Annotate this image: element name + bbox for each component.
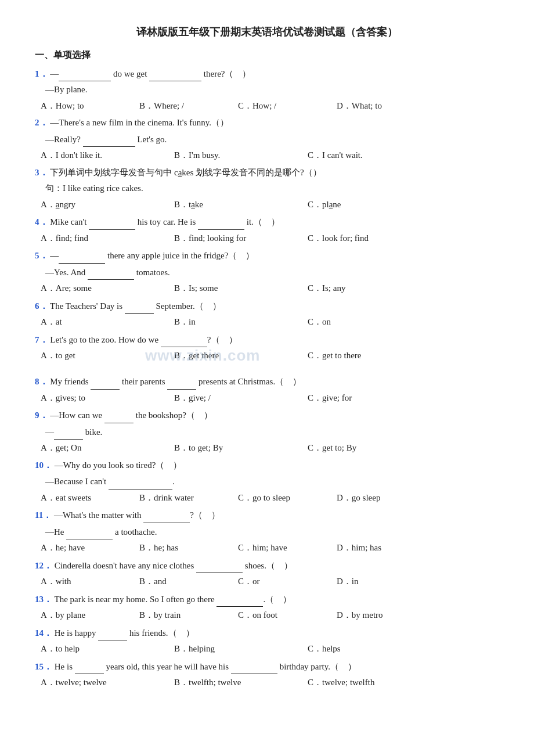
q10-optA: A．eat sweets [41, 491, 134, 506]
q8-optB: B．give; / [174, 391, 302, 406]
question-11: 11． —What's the matter with ?（ ） —He a t… [35, 507, 499, 556]
q7-num: 7． [35, 335, 48, 344]
question-5: 5． — there any apple juice in the fridge… [35, 248, 499, 296]
q6-optA: A．at [41, 315, 168, 330]
q3-text: 下列单词中划线字母发音与句中 cakes 划线字母发音不同的是哪个?（） [50, 168, 322, 177]
q13-text: The park is near my home. So I often go … [54, 595, 291, 604]
q4-options: A．find; find B．find; looking for C．look … [41, 231, 499, 246]
q13-optD: D．by metro [337, 608, 430, 623]
q14-optC: C．helps [308, 642, 435, 657]
q8-optC: C．give; for [308, 391, 435, 406]
q4-num: 4． [35, 217, 48, 226]
q14-optA: A．to help [41, 642, 168, 657]
q7-optB: www.zixin.com B．get there [174, 348, 302, 372]
q14-num: 14． [35, 628, 52, 638]
question-12: 12． Cinderella doesn't have any nice clo… [35, 558, 499, 589]
q11-optD: D．him; has [337, 541, 430, 556]
question-6: 6． The Teachers' Day is September.（ ） A．… [35, 298, 499, 330]
q8-num: 8． [35, 377, 48, 386]
q6-num: 6． [35, 301, 48, 311]
q12-options: A．with B．and C．or D．in [41, 574, 499, 589]
q11-optA: A．he; have [41, 541, 134, 556]
q2-text: —There's a new film in the cinema. It's … [50, 118, 229, 127]
q11-num: 11． [35, 510, 52, 520]
q9-optC: C．get to; By [308, 441, 435, 456]
q14-optB: B．helping [174, 642, 302, 657]
q3-options: A．angry B．take C．plane [41, 197, 499, 213]
page-title: 译林版版五年级下册期末英语培优试卷测试题（含答案） [35, 23, 499, 41]
q1-optB: B．Where; / [139, 99, 232, 114]
q7-options: A．to get www.zixin.com B．get there C．get… [41, 348, 499, 372]
question-8: 8． My friends their parents presents at … [35, 374, 499, 405]
q2-answer-line: —Really? Let's go. [45, 132, 499, 147]
q5-optB: B．Is; some [174, 281, 302, 296]
q12-num: 12． [35, 561, 52, 570]
q8-text: My friends their parents presents at Chr… [50, 377, 301, 386]
question-1: 1． — do we get there?（ ） —By plane. A．Ho… [35, 66, 499, 114]
question-10: 10． —Why do you look so tired?（ ） —Becau… [35, 458, 499, 506]
question-13: 13． The park is near my home. So I often… [35, 592, 499, 623]
q1-optD: D．What; to [337, 99, 430, 114]
q4-optA: A．find; find [41, 231, 168, 246]
q9-num: 9． [35, 411, 48, 420]
q14-options: A．to help B．helping C．helps [41, 642, 499, 657]
q13-options: A．by plane B．by train C．on foot D．by met… [41, 608, 499, 623]
q3-sub: 句：I like eating rice cakes. [45, 181, 499, 196]
q15-optB: B．twelfth; twelve [174, 675, 302, 690]
q7-text: Let's go to the zoo. How do we ?（ ） [50, 335, 237, 344]
q5-answer-line: —Yes. And tomatoes. [45, 265, 499, 280]
q11-options: A．he; have B．he; has C．him; have D．him; … [41, 541, 499, 556]
section-heading: 一、单项选择 [35, 47, 499, 63]
q10-answer-line: —Because I can't . [45, 474, 499, 489]
q12-optD: D．in [337, 574, 430, 589]
q3-optA: A．angry [41, 197, 168, 213]
q10-optD: D．go sleep [337, 491, 430, 506]
q13-optA: A．by plane [41, 608, 134, 623]
q5-optC: C．Is; any [308, 281, 435, 296]
q3-optC: C．plane [308, 197, 435, 213]
question-7: 7． Let's go to the zoo. How do we ?（ ） A… [35, 332, 499, 372]
q9-answer-line: — bike. [45, 424, 499, 440]
q6-options: A．at B．in C．on [41, 315, 499, 330]
q5-num: 5． [35, 251, 48, 260]
q15-options: A．twelve; twelve B．twelfth; twelve C．twe… [41, 675, 499, 690]
q11-answer-line: —He a toothache. [45, 524, 499, 540]
q10-optB: B．drink water [139, 491, 232, 506]
q2-optC: C．I can't wait. [308, 148, 435, 163]
q5-options: A．Are; some B．Is; some C．Is; any [41, 281, 499, 296]
q15-optA: A．twelve; twelve [41, 675, 168, 690]
q14-text: He is happy his friends.（ ） [55, 628, 194, 638]
q8-optA: A．gives; to [41, 391, 168, 406]
q1-optA: A．How; to [41, 99, 134, 114]
q4-text: Mike can't his toy car. He is it.（ ） [50, 217, 280, 226]
q10-text: —Why do you look so tired?（ ） [55, 460, 182, 470]
q8-options: A．gives; to B．give; / C．give; for [41, 391, 499, 406]
q12-optB: B．and [139, 574, 232, 589]
q4-optC: C．look for; find [308, 231, 435, 246]
q9-options: A．get; On B．to get; By C．get to; By [41, 441, 499, 456]
q12-text: Cinderella doesn't have any nice clothes… [55, 561, 293, 570]
question-4: 4． Mike can't his toy car. He is it.（ ） … [35, 214, 499, 246]
q1-num: 1． [35, 69, 48, 78]
q1-options: A．How; to B．Where; / C．How; / D．What; to [41, 99, 499, 114]
q2-num: 2． [35, 118, 48, 127]
q11-optC: C．him; have [238, 541, 331, 556]
q13-optC: C．on foot [238, 608, 331, 623]
q3-num: 3． [35, 168, 48, 177]
q4-optB: B．find; looking for [174, 231, 302, 246]
q6-optB: B．in [174, 315, 302, 330]
q13-num: 13． [35, 595, 52, 604]
q2-optA: A．I don't like it. [41, 148, 168, 163]
q10-options: A．eat sweets B．drink water C．go to sleep… [41, 491, 499, 506]
q1-text: — do we get there?（ ） [50, 69, 251, 78]
q9-text: —How can we the bookshop?（ ） [50, 411, 212, 420]
question-3: 3． 下列单词中划线字母发音与句中 cakes 划线字母发音不同的是哪个?（） … [35, 165, 499, 213]
question-15: 15． He is years old, this year he will h… [35, 659, 499, 690]
q15-num: 15． [35, 662, 52, 671]
q10-optC: C．go to sleep [238, 491, 331, 506]
q5-text: — there any apple juice in the fridge?（ … [50, 251, 254, 260]
q15-optC: C．twelve; twelfth [308, 675, 435, 690]
q7-optA: A．to get [41, 348, 168, 372]
q7-optC: C．get to there [308, 348, 435, 372]
q1-optC: C．How; / [238, 99, 331, 114]
